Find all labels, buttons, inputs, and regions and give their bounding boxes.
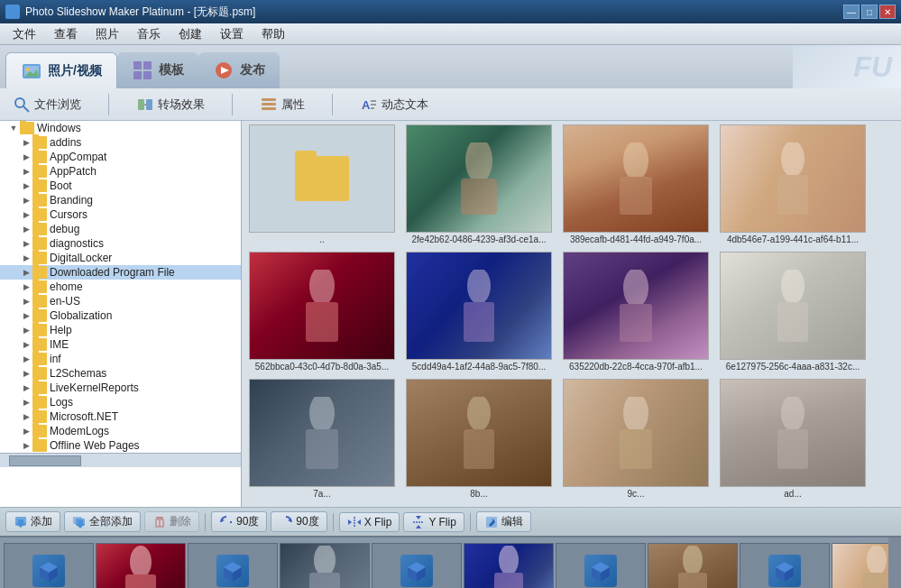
tree-hscrollbar[interactable] — [0, 453, 241, 467]
tree-node-cursors[interactable]: ▶ Cursors — [0, 207, 241, 222]
menu-help[interactable]: 帮助 — [253, 24, 294, 44]
menu-file[interactable]: 文件 — [4, 24, 45, 44]
expander-diagnostics[interactable]: ▶ — [20, 237, 32, 250]
tree-node-boot[interactable]: ▶ Boot — [0, 179, 241, 193]
tree-node-logs[interactable]: ▶ Logs — [0, 395, 241, 409]
expander-downloadedprogramfile[interactable]: ▶ — [20, 266, 32, 279]
flipy-button[interactable]: Y Flip — [403, 512, 464, 532]
expander-ime[interactable]: ▶ — [20, 338, 32, 351]
minimize-button[interactable]: — — [843, 5, 860, 19]
photo-cell-7[interactable]: 6e127975-256c-4aaa-a831-32c... — [716, 252, 869, 372]
photo-cell-3[interactable]: 4db546e7-a199-441c-af64-b11... — [716, 124, 869, 244]
tree-label-ime: IME — [50, 338, 69, 351]
menu-create[interactable]: 创建 — [170, 24, 211, 44]
photo-cell-5[interactable]: 5cdd49a4-1af2-44a8-9ac5-7f80... — [402, 252, 556, 372]
photo-cell-6[interactable]: 635220db-22c8-4cca-970f-afb1... — [559, 252, 713, 372]
tree-node-diagnostics[interactable]: ▶ diagnostics — [0, 236, 241, 251]
tree-node-ehome[interactable]: ▶ ehome — [0, 280, 241, 294]
menu-settings[interactable]: 设置 — [211, 24, 253, 44]
expander-branding[interactable]: ▶ — [20, 194, 32, 207]
edit-button[interactable]: 编辑 — [476, 511, 531, 532]
expander-ehome[interactable]: ▶ — [20, 280, 32, 293]
photo-cell-11[interactable]: ad... — [716, 379, 869, 499]
tree-node-appcompat[interactable]: ▶ AppCompat — [0, 150, 241, 164]
photo-cell-1[interactable]: 2fe42b62-0486-4239-af3d-ce1a... — [402, 124, 556, 244]
tab-templates[interactable]: 模板 — [117, 52, 198, 88]
filmstrip-item-2[interactable]: 2° — [188, 543, 278, 588]
tree-node-ime[interactable]: ▶ IME — [0, 337, 241, 352]
tree-node-addins[interactable]: ▶ addins — [0, 135, 241, 150]
flipx-button[interactable]: X Flip — [339, 512, 400, 532]
expander-l2schemas[interactable]: ▶ — [20, 367, 32, 380]
photo-cell-folder[interactable]: .. — [245, 124, 399, 244]
expander-logs[interactable]: ▶ — [20, 396, 32, 409]
expander-cursors[interactable]: ▶ — [20, 208, 32, 221]
expander-offlinewebpages[interactable]: ▶ — [20, 439, 32, 452]
add-button[interactable]: 添加 — [5, 511, 60, 532]
tree-node-downloadedprogramfile[interactable]: ▶ Downloaded Program File — [0, 265, 241, 280]
toolbar-filebrowser[interactable]: 文件浏览 — [7, 94, 87, 115]
menu-photos[interactable]: 照片 — [87, 24, 128, 44]
toolbar-transition[interactable]: 转场效果 — [131, 94, 210, 115]
expander-appcompat[interactable]: ▶ — [20, 151, 32, 163]
photo-cell-4[interactable]: 562bbca0-43c0-4d7b-8d0a-3a5... — [245, 252, 399, 372]
tree-node-help[interactable]: ▶ Help — [0, 323, 241, 337]
tree-node-branding[interactable]: ▶ Branding — [0, 193, 241, 207]
tree-node-l2schemas[interactable]: ▶ L2Schemas — [0, 366, 241, 381]
tree-node-en-us[interactable]: ▶ en-US — [0, 294, 241, 308]
expander-windows[interactable]: ▼ — [7, 122, 20, 134]
expander-modemlogs[interactable]: ▶ — [20, 425, 32, 437]
tree-node-digitallocker[interactable]: ▶ DigitalLocker — [0, 251, 241, 265]
expander-inf[interactable]: ▶ — [20, 353, 32, 365]
photo-cell-2[interactable]: 389ecafb-d481-44fd-a949-7f0a... — [559, 124, 713, 244]
expander-globalization[interactable]: ▶ — [20, 309, 32, 322]
folder-icon-help — [32, 324, 47, 336]
delete-button[interactable]: 删除 — [144, 511, 199, 532]
tree-node-debug[interactable]: ▶ debug — [0, 222, 241, 236]
filmstrip-scrollbar[interactable] — [888, 537, 901, 588]
tree-node-offlinewebpages[interactable]: ▶ Offline Web Pages — [0, 438, 241, 453]
filmstrip-item-5[interactable]: 2° — [740, 543, 830, 588]
tree-node-apppatch[interactable]: ▶ AppPatch — [0, 164, 241, 179]
filmstrip-photo-1[interactable] — [96, 543, 186, 588]
close-button[interactable]: ✕ — [879, 5, 896, 19]
maximize-button[interactable]: □ — [861, 5, 878, 19]
photo-cell-10[interactable]: 9c... — [559, 379, 713, 499]
expander-en-us[interactable]: ▶ — [20, 295, 32, 308]
tree-node-microsoftnet[interactable]: ▶ Microsoft.NET — [0, 409, 241, 424]
tree-node-globalization[interactable]: ▶ Globalization — [0, 308, 241, 323]
expander-debug[interactable]: ▶ — [20, 223, 32, 235]
toolbar-properties[interactable]: 属性 — [254, 94, 310, 115]
filmstrip-photo-2[interactable] — [280, 543, 370, 588]
tab-photos[interactable]: 照片/视频 — [5, 52, 117, 88]
filmstrip-item-4[interactable]: 2° — [556, 543, 646, 588]
filmstrip-photo-4[interactable] — [648, 543, 738, 588]
toolbar-dynamictext[interactable]: A 动态文本 — [354, 94, 434, 115]
expander-apppatch[interactable]: ▶ — [20, 165, 32, 178]
expander-digitallocker[interactable]: ▶ — [20, 252, 32, 264]
rotate-cw-button[interactable]: 90度 — [271, 511, 326, 532]
tab-publish[interactable]: 发布 — [198, 52, 280, 88]
addall-button[interactable]: 全部添加 — [64, 511, 141, 532]
tree-node-modemlogs[interactable]: ▶ ModemLogs — [0, 424, 241, 438]
photo-grid[interactable]: .. 2fe42b62-0486-4239-af3d-ce1a... — [242, 121, 901, 507]
expander-help[interactable]: ▶ — [20, 324, 32, 336]
expander-livekernelreports[interactable]: ▶ — [20, 381, 32, 394]
filmstrip-item-1[interactable]: 2° — [4, 543, 94, 588]
tree-node-inf[interactable]: ▶ inf — [0, 352, 241, 366]
filmstrip[interactable]: 2° 2° — [0, 536, 901, 588]
tree-hscrollbar-thumb[interactable] — [9, 455, 81, 466]
rotate-ccw-button[interactable]: 90度 — [211, 511, 267, 532]
tree-node-windows[interactable]: ▼ Windows — [0, 121, 241, 135]
menu-view[interactable]: 查看 — [45, 24, 87, 44]
expander-addins[interactable]: ▶ — [20, 136, 32, 149]
file-tree[interactable]: ▼ Windows ▶ addins ▶ AppCompat ▶ AppPatc… — [0, 121, 242, 507]
photo-cell-9[interactable]: 8b... — [402, 379, 556, 499]
filmstrip-photo-3[interactable] — [464, 543, 554, 588]
expander-microsoftnet[interactable]: ▶ — [20, 410, 32, 423]
menu-music[interactable]: 音乐 — [128, 24, 170, 44]
filmstrip-item-3[interactable]: 2° — [372, 543, 462, 588]
tree-node-livekernelreports[interactable]: ▶ LiveKernelReports — [0, 381, 241, 395]
photo-cell-8[interactable]: 7a... — [245, 379, 399, 499]
expander-boot[interactable]: ▶ — [20, 179, 32, 192]
